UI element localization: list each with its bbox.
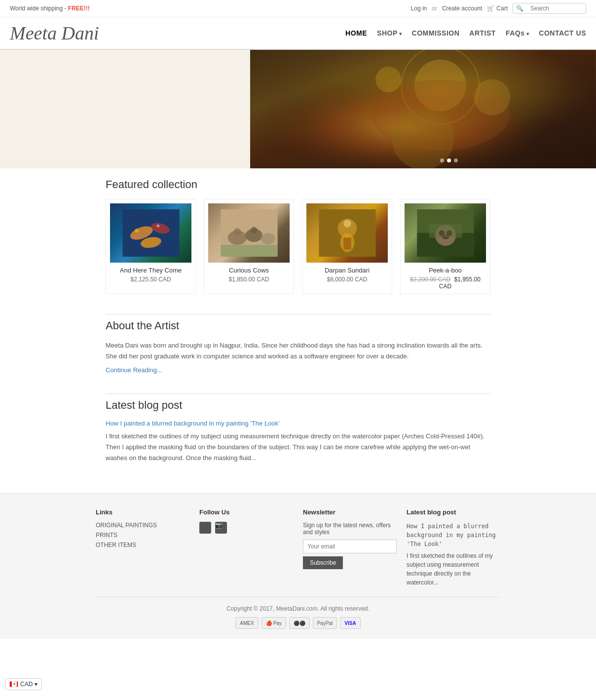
hero-dot-1[interactable] — [440, 158, 444, 162]
cows-artwork — [217, 209, 282, 257]
raccoon-artwork — [413, 209, 478, 257]
footer-follow-title: Follow Us — [199, 508, 293, 516]
copyright-text: Copyright © 2017, MeetaDani.com. All rig… — [96, 605, 500, 612]
nav-faqs[interactable]: FAQs — [506, 29, 529, 37]
footer-social-col: Follow Us f 📷 — [199, 508, 293, 587]
payment-icons: AMEX 🍎 Pay ⚫⚫ PayPal VISA — [96, 617, 500, 629]
separator: or — [432, 5, 437, 12]
shipping-text: World wide shipping - — [10, 5, 68, 12]
create-account-link[interactable]: Create account — [442, 5, 482, 12]
search-input[interactable] — [526, 3, 586, 13]
product-card[interactable]: Peek-a-boo $2,200.00 CAD $1,955.00 CAD — [400, 199, 490, 294]
shipping-notice: World wide shipping - FREE!!! — [10, 5, 90, 12]
product-image-koi — [110, 203, 191, 263]
nav-commission[interactable]: COMMISSION — [412, 29, 460, 37]
newsletter-email-input[interactable] — [303, 540, 397, 553]
main-nav: HOME SHOP COMMISSION ARTIST FAQs CONTACT… — [345, 29, 586, 37]
svg-point-20 — [250, 227, 257, 233]
product-image-darpan — [306, 203, 388, 263]
product-image-cows — [208, 203, 290, 263]
svg-point-5 — [375, 67, 401, 92]
product-card[interactable]: Curious Cows $1,850.00 CAD — [204, 199, 294, 294]
search-form: 🔍 — [513, 3, 586, 14]
footer-link-original[interactable]: ORIGINAL PAINTINGS — [96, 522, 189, 529]
footer-newsletter-col: Newsletter Sign up for the latest news, … — [303, 508, 397, 587]
hero-artwork — [250, 50, 596, 168]
product-name: Curious Cows — [208, 267, 290, 274]
svg-point-6 — [474, 79, 510, 115]
divider-2 — [106, 393, 490, 394]
top-bar-actions: Log in or Create account 🛒 Cart 🔍 — [411, 3, 586, 14]
logo[interactable]: Meeta Dani — [10, 22, 99, 44]
footer-newsletter-title: Newsletter — [303, 508, 397, 516]
divider — [106, 314, 490, 314]
login-link[interactable]: Log in — [411, 5, 427, 12]
payment-mastercard: ⚫⚫ — [289, 617, 310, 629]
social-icons: f 📷 — [199, 522, 293, 537]
product-image-raccoon — [405, 203, 486, 263]
footer-links-title: Links — [96, 508, 189, 516]
hero-image — [250, 50, 596, 168]
footer-bottom: Copyright © 2017, MeetaDani.com. All rig… — [96, 597, 500, 629]
footer-inner: Links ORIGINAL PAINTINGS PRINTS OTHER IT… — [96, 508, 500, 629]
hero-dots — [440, 158, 458, 162]
cart-icon: 🛒 — [487, 5, 494, 12]
footer-link-prints[interactable]: PRINTS — [96, 532, 189, 539]
about-title: About the Artist — [106, 319, 490, 332]
product-price-value: $8,000.00 CAD — [327, 276, 367, 283]
product-card[interactable]: And Here They Come $2,125.50 CAD — [106, 199, 196, 294]
cart-label: Cart — [496, 5, 508, 12]
main-content: Featured collection And Here They Come — [96, 168, 500, 493]
hero-dot-3[interactable] — [454, 158, 458, 162]
hero-dot-2[interactable] — [447, 158, 451, 162]
product-price: $2,200.00 CAD $1,955.00 CAD — [405, 276, 486, 290]
darpan-artwork — [315, 209, 380, 257]
svg-point-24 — [343, 220, 351, 227]
nav-artist[interactable]: ARTIST — [469, 29, 496, 37]
product-price: $1,850.00 CAD — [208, 276, 290, 283]
svg-rect-18 — [221, 245, 277, 257]
svg-point-13 — [156, 225, 159, 228]
search-icon: 🔍 — [513, 3, 526, 13]
subscribe-button[interactable]: Subscribe — [303, 556, 343, 569]
payment-paypal: PayPal — [313, 617, 337, 629]
cart-link[interactable]: 🛒 Cart — [487, 5, 508, 12]
facebook-icon[interactable]: f — [199, 522, 211, 534]
blog-post-text: I first sketched the outlines of my subj… — [106, 431, 490, 464]
product-name: And Here They Come — [110, 267, 191, 274]
svg-rect-32 — [429, 224, 462, 238]
blog-post-link[interactable]: How I painted a blurred background in my… — [106, 420, 490, 427]
payment-amex: AMEX — [235, 617, 258, 629]
footer-links-col: Links ORIGINAL PAINTINGS PRINTS OTHER IT… — [96, 508, 189, 587]
blog-section: Latest blog post How I painted a blurred… — [106, 399, 490, 464]
nav-home[interactable]: HOME — [345, 29, 367, 37]
payment-visa: VISA — [340, 617, 360, 629]
featured-collection: Featured collection And Here They Come — [106, 178, 490, 294]
blog-title: Latest blog post — [106, 399, 490, 412]
nav-contact[interactable]: CONTACT US — [539, 29, 586, 37]
product-price-value: $1,850.00 CAD — [228, 276, 269, 283]
svg-point-19 — [233, 228, 241, 235]
product-original-price: $2,200.00 CAD — [410, 276, 450, 283]
footer-columns: Links ORIGINAL PAINTINGS PRINTS OTHER IT… — [96, 508, 500, 587]
footer-link-other[interactable]: OTHER ITEMS — [96, 542, 189, 548]
footer: Links ORIGINAL PAINTINGS PRINTS OTHER IT… — [0, 493, 596, 639]
product-price-value: $2,125.50 CAD — [130, 276, 171, 283]
koi-artwork — [118, 209, 184, 257]
header: Meeta Dani HOME SHOP COMMISSION ARTIST F… — [0, 17, 596, 50]
newsletter-description: Sign up for the latest news, offers and … — [303, 522, 397, 536]
instagram-icon[interactable]: 📷 — [215, 522, 227, 534]
product-name: Peek-a-boo — [405, 267, 486, 274]
svg-point-12 — [135, 229, 139, 233]
free-shipping-link[interactable]: FREE!!! — [68, 5, 90, 12]
product-card[interactable]: Darpan Sundari $8,000.00 CAD — [302, 199, 392, 294]
svg-rect-25 — [343, 238, 351, 250]
footer-blog-title: Latest blog post — [407, 508, 500, 516]
nav-shop[interactable]: SHOP — [377, 29, 402, 37]
continue-reading-link[interactable]: Continue Reading... — [106, 366, 162, 374]
products-grid: And Here They Come $2,125.50 CAD — [106, 199, 490, 294]
product-name: Darpan Sundari — [306, 267, 388, 274]
nav-faqs-dropdown: FAQs — [506, 29, 529, 37]
footer-blog-preview-title: How I painted a blurred background in my… — [407, 522, 500, 548]
payment-applepay: 🍎 Pay — [261, 617, 286, 629]
